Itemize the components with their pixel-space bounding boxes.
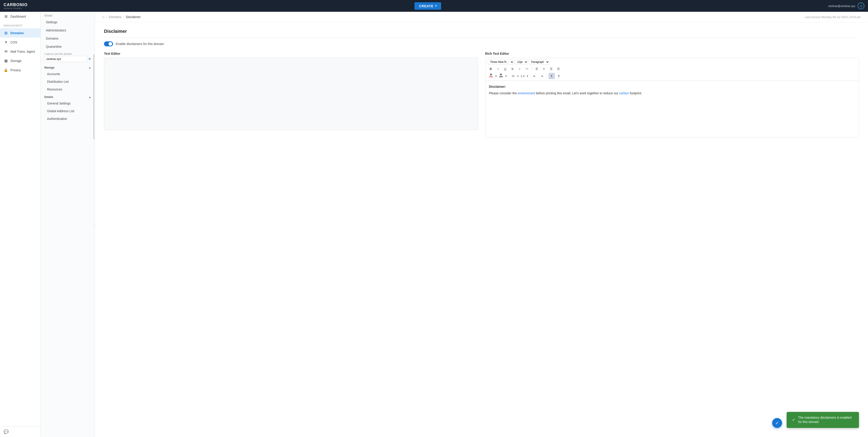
nav-item-administrators[interactable]: Administrators [41,26,95,34]
nav-item-domains[interactable]: Domains [41,34,95,42]
italic-button[interactable]: I [495,66,501,72]
bullet-list-chevron[interactable]: ▾ [517,75,519,78]
breadcrumb-current: Disclaimer [126,15,141,19]
sidebar: ⊞ Dashboard Management ◎ Domains ✦ COS ✉… [0,12,41,437]
storage-icon: ▦ [4,59,8,63]
nav-item-quarantine[interactable]: Quarantine [41,42,95,51]
nav-item-distribution-list[interactable]: Distribution List [41,78,95,86]
nav-collapse-button[interactable]: ‹ [92,222,95,227]
bold-button[interactable]: B [488,66,494,72]
enable-toggle[interactable] [104,41,113,47]
font-color-chevron[interactable]: ▾ [495,75,497,78]
disclaimer-body-prefix: Please consider the [489,91,518,95]
create-button[interactable]: CREATE ▾ [414,2,441,10]
font-color-label: A [490,73,492,76]
format-select[interactable]: Paragraph [529,59,550,65]
rich-editor-section: Rich Text Editor Times New R... 12pt [485,52,859,138]
chat-icon[interactable]: 💬 [4,430,8,434]
global-section-label: Global [41,12,95,18]
font-color-button[interactable]: A [488,73,494,79]
align-left-button[interactable]: ☰ [534,66,540,72]
management-section-label: Management [0,21,40,28]
code-button[interactable]: <> [524,66,530,72]
bg-color-button[interactable]: A [498,73,504,79]
rich-editor-toolbar: Times New R... 12pt Paragraph [486,58,859,81]
indent-more-button[interactable]: ⇥ [539,73,545,79]
num-list-button[interactable]: 1.≡ [520,73,526,79]
clear-search-icon[interactable]: ✕ [88,57,91,61]
breadcrumb-sep-2: / [123,15,124,19]
disclaimer-body-middle: before printing this email. Let's work t… [535,91,619,95]
enable-toggle-label: Enable disclaimers for this domain [116,42,164,46]
sidebar-item-mail-trans[interactable]: ✉ Mail Trans. Agent [0,47,40,56]
main-layout: ⊞ Dashboard Management ◎ Domains ✦ COS ✉… [0,12,868,437]
breadcrumb-domains-link[interactable]: Domains [109,15,121,19]
align-justify-button[interactable]: ☰ [555,66,562,72]
top-header: CARBONIO ADMIN PANEL CREATE ▾ zextras@ze… [0,0,868,12]
sidebar-item-privacy[interactable]: 🔒 Privacy [0,65,40,75]
user-email: zextras@zextras.xyz [828,4,855,8]
nav-item-resources[interactable]: Resources [41,86,95,93]
align-center-button[interactable]: ≡ [541,66,547,72]
toolbar-divider-2 [508,74,508,78]
text-editor-textarea[interactable] [104,58,478,130]
nav-item-global-address-list[interactable]: Global Address List [41,107,95,115]
main-content: ⌂ / Domains / Disclaimer Last Access Mon… [95,12,868,437]
disclaimer-link-environment[interactable]: environment [518,91,535,95]
mail-trans-icon: ✉ [4,49,8,54]
nav-item-general-settings[interactable]: General Settings [41,99,95,107]
nav-item-accounts-label: Accounts [47,72,60,76]
align-right-button[interactable]: ☰ [548,66,554,72]
font-color-swatch [489,77,493,77]
chevron-down-icon: ▾ [435,4,437,7]
domains-icon: ◎ [4,31,8,35]
num-list-chevron[interactable]: ▾ [527,75,528,78]
nav-item-accounts[interactable]: Accounts [41,70,95,78]
rich-editor-content[interactable]: Disclaimer: Please consider the environm… [486,81,859,137]
rtl-button[interactable]: ¶ [556,73,562,79]
nav-item-authentication[interactable]: Authentication [41,115,95,123]
breadcrumb-sep-1: / [106,15,107,19]
nav-item-global-address-list-label: Global Address List [47,109,74,113]
last-access: Last Access Monday 08 Jul 2024 | 6:53 pm [805,16,861,19]
nav-item-distribution-list-label: Distribution List [47,80,69,84]
rich-editor-container: Times New R... 12pt Paragraph [485,58,859,138]
italic2-button[interactable]: I [517,66,523,72]
nav-item-general-settings-label: General Settings [47,101,70,105]
save-fab-icon: ✓ [775,420,779,426]
home-icon[interactable]: ⌂ [102,15,104,19]
disclaimer-link-carbon[interactable]: carbon [619,91,629,95]
disclaimer-body-suffix: footprint. [629,91,642,95]
strikethrough-button[interactable]: S [509,66,516,72]
breadcrumb: ⌂ / Domains / Disclaimer [102,15,141,19]
nav-item-administrators-label: Administrators [46,29,66,32]
sidebar-item-storage[interactable]: ▦ Storage [0,56,40,65]
sidebar-item-cos[interactable]: ✦ COS [0,37,40,47]
enable-toggle-row: Enable disclaimers for this domain [104,41,859,47]
save-fab-button[interactable]: ✓ [772,418,782,428]
user-avatar-icon[interactable]: ⊙ [858,2,864,9]
toolbar-row-2: B I U S I <> ☰ ≡ ☰ ☰ [488,66,857,72]
sidebar-bottom: 💬 [0,426,40,437]
disclaimer-page: Disclaimer Enable disclaimers for this d… [95,22,868,149]
nav-item-settings-label: Settings [46,20,57,24]
nav-item-settings[interactable]: Settings [41,18,95,26]
font-size-select[interactable]: 12pt [515,59,528,65]
bg-color-chevron[interactable]: ▾ [505,75,507,78]
disclaimer-body: Please consider the environment before p… [489,91,855,96]
manage-chevron-icon: ▲ [89,66,91,69]
font-select[interactable]: Times New R... [488,59,514,65]
nav-item-authentication-label: Authentication [47,117,67,121]
user-area: zextras@zextras.xyz ⊙ [828,2,864,9]
cos-icon: ✦ [4,40,8,44]
bullet-list-button[interactable]: •≡ [510,73,517,79]
sidebar-item-domains[interactable]: ◎ Domains [0,28,40,37]
indent-less-button[interactable]: ⇤ [532,73,538,79]
domain-search-row: I want to see this domain ✕ [41,51,95,64]
underline-button[interactable]: U [502,66,508,72]
dashboard-icon: ⊞ [4,14,8,19]
ltr-button[interactable]: ¶ [549,73,555,79]
domain-search-input[interactable] [44,56,87,62]
sidebar-item-dashboard[interactable]: ⊞ Dashboard [0,12,40,21]
domain-search-label: I want to see this domain [44,53,91,55]
